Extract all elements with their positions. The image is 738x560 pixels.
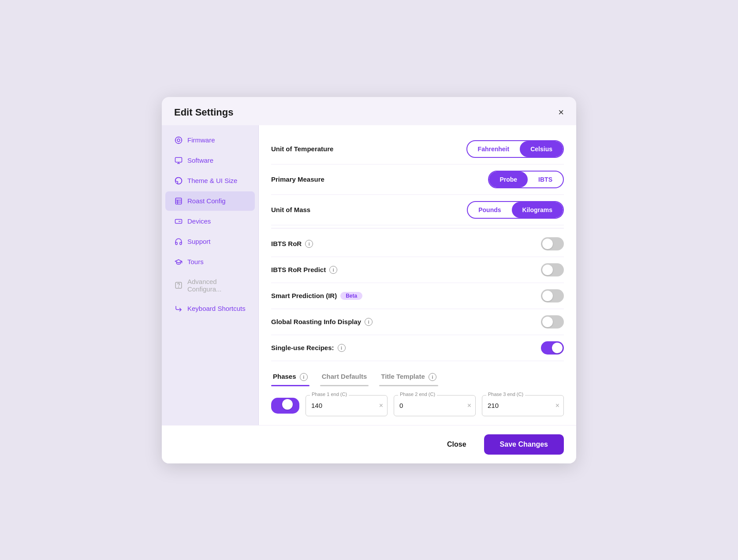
sidebar-item-firmware-label: Firmware	[187, 136, 215, 144]
monitor-icon	[174, 156, 183, 165]
sidebar-item-keyboard[interactable]: Keyboard Shortcuts	[165, 299, 255, 318]
ibts-ror-predict-row: IBTS RoR Predict i	[271, 257, 564, 283]
temperature-toggle-group: Fahrenheit Celsius	[466, 140, 564, 158]
ibts-ror-toggle[interactable]	[541, 237, 564, 250]
global-roasting-toggle[interactable]	[541, 315, 564, 329]
device-icon	[174, 217, 183, 226]
sidebar-item-tours[interactable]: Tours	[165, 252, 255, 272]
global-roasting-label: Global Roasting Info Display i	[271, 318, 373, 326]
single-use-info-icon[interactable]: i	[338, 344, 346, 352]
pounds-button[interactable]: Pounds	[468, 202, 511, 218]
graduation-icon	[174, 258, 183, 266]
phase1-clear-button[interactable]: ×	[379, 402, 383, 410]
smart-prediction-row: Smart Prediction (IR) Beta	[271, 283, 564, 309]
unit-of-mass-row: Unit of Mass Pounds Kilograms	[271, 195, 564, 225]
content-area: Unit of Temperature Fahrenheit Celsius P…	[259, 125, 576, 425]
sidebar-item-theme[interactable]: Theme & UI Size	[165, 171, 255, 190]
svg-point-1	[177, 139, 180, 142]
unit-of-temperature-label: Unit of Temperature	[271, 145, 333, 153]
sidebar-item-keyboard-label: Keyboard Shortcuts	[187, 305, 246, 312]
sidebar-item-advanced-label: Advanced Configura...	[187, 278, 246, 293]
tab-phases[interactable]: Phases i	[271, 369, 309, 385]
phase2-input[interactable]	[394, 395, 476, 416]
ibts-button[interactable]: IBTS	[528, 172, 563, 187]
unit-of-mass-label: Unit of Mass	[271, 206, 310, 213]
primary-measure-row: Primary Measure Probe IBTS	[271, 164, 564, 195]
tab-chart-defaults[interactable]: Chart Defaults	[320, 369, 369, 385]
phases-content: Phase 1 end (C) × Phase 2 end (C) × Phas…	[271, 395, 564, 416]
fahrenheit-button[interactable]: Fahrenheit	[467, 141, 520, 157]
edit-settings-modal: Edit Settings × Firmware Software	[162, 97, 576, 463]
modal-footer: Close Save Changes	[162, 425, 576, 463]
ibts-ror-predict-info-icon[interactable]: i	[329, 266, 337, 274]
sidebar-item-software-label: Software	[187, 157, 213, 164]
title-template-info-icon[interactable]: i	[429, 373, 436, 381]
primary-measure-toggle-group: Probe IBTS	[488, 171, 564, 188]
single-use-label: Single-use Recipes: i	[271, 344, 346, 352]
single-use-toggle[interactable]	[541, 341, 564, 355]
global-roasting-info-icon[interactable]: i	[365, 318, 373, 326]
ibts-ror-row: IBTS RoR i	[271, 231, 564, 257]
probe-button[interactable]: Probe	[489, 172, 528, 187]
tab-title-template[interactable]: Title Template i	[379, 369, 438, 385]
modal-header: Edit Settings ×	[162, 97, 576, 125]
phase2-label: Phase 2 end (C)	[398, 392, 437, 397]
sidebar-item-tours-label: Tours	[187, 258, 204, 265]
ibts-ror-info-icon[interactable]: i	[305, 240, 313, 248]
unit-of-temperature-row: Unit of Temperature Fahrenheit Celsius	[271, 134, 564, 164]
tabs-bar: Phases i Chart Defaults Title Template i	[271, 369, 564, 385]
save-changes-button[interactable]: Save Changes	[484, 434, 564, 455]
ibts-ror-label: IBTS RoR i	[271, 240, 313, 248]
modal-title: Edit Settings	[174, 107, 233, 118]
phase1-label: Phase 1 end (C)	[310, 392, 349, 397]
sidebar-item-devices-label: Devices	[187, 217, 211, 225]
phase2-clear-button[interactable]: ×	[467, 402, 471, 410]
phase2-input-wrap: Phase 2 end (C) ×	[394, 395, 476, 416]
sidebar-item-support[interactable]: Support	[165, 232, 255, 251]
svg-rect-6	[175, 157, 182, 162]
svg-rect-10	[175, 198, 182, 204]
smart-prediction-label: Smart Prediction (IR) Beta	[271, 292, 362, 300]
close-button[interactable]: Close	[436, 435, 477, 454]
palette-icon	[174, 176, 183, 185]
book-icon	[174, 197, 183, 205]
sidebar-item-firmware[interactable]: Firmware	[165, 131, 255, 150]
sidebar-item-devices[interactable]: Devices	[165, 212, 255, 231]
celsius-button[interactable]: Celsius	[520, 141, 563, 157]
ibts-ror-predict-toggle[interactable]	[541, 263, 564, 276]
phases-toggle[interactable]	[271, 398, 299, 414]
global-roasting-row: Global Roasting Info Display i	[271, 309, 564, 335]
ibts-ror-predict-label: IBTS RoR Predict i	[271, 266, 337, 274]
mass-toggle-group: Pounds Kilograms	[467, 201, 564, 219]
sidebar: Firmware Software Theme & UI Size Roast …	[162, 125, 259, 425]
question-icon	[174, 281, 183, 290]
target-icon	[174, 136, 183, 145]
phases-info-icon[interactable]: i	[300, 373, 308, 381]
sidebar-item-support-label: Support	[187, 238, 211, 245]
sidebar-item-roast-config-label: Roast Config	[187, 197, 226, 205]
arrow-icon	[174, 304, 183, 313]
sidebar-item-software[interactable]: Software	[165, 151, 255, 170]
modal-close-button[interactable]: ×	[558, 108, 564, 117]
sidebar-item-theme-label: Theme & UI Size	[187, 177, 237, 184]
headset-icon	[174, 237, 183, 246]
single-use-row: Single-use Recipes: i	[271, 335, 564, 361]
sidebar-item-advanced: Advanced Configura...	[165, 273, 255, 298]
phase1-input-wrap: Phase 1 end (C) ×	[306, 395, 388, 416]
divider-1	[271, 228, 564, 228]
phase3-label: Phase 3 end (C)	[486, 392, 525, 397]
beta-badge: Beta	[340, 292, 362, 300]
phase3-clear-button[interactable]: ×	[555, 402, 559, 410]
modal-body: Firmware Software Theme & UI Size Roast …	[162, 125, 576, 425]
kilograms-button[interactable]: Kilograms	[512, 202, 563, 218]
smart-prediction-toggle[interactable]	[541, 289, 564, 302]
svg-point-0	[175, 137, 182, 143]
sidebar-item-roast-config[interactable]: Roast Config	[165, 191, 255, 211]
phase1-input[interactable]	[306, 395, 388, 416]
primary-measure-label: Primary Measure	[271, 175, 324, 183]
phase3-input-wrap: Phase 3 end (C) ×	[482, 395, 564, 416]
phase3-input[interactable]	[482, 395, 564, 416]
